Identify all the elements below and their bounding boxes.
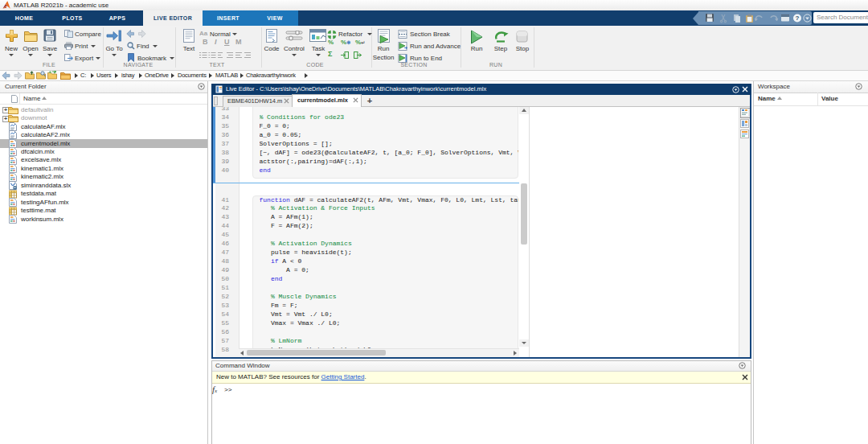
svg-text:?: ? bbox=[796, 14, 800, 22]
